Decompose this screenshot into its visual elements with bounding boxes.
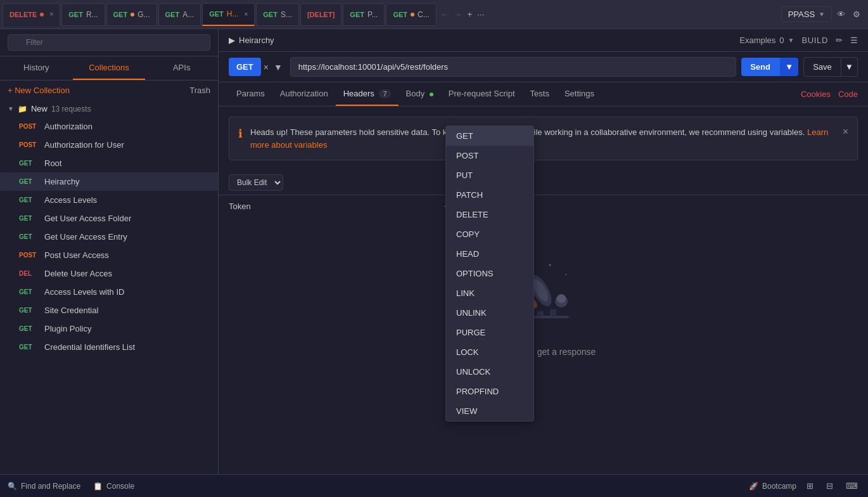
save-caret-button[interactable]: ▼ <box>841 57 858 77</box>
method-badge: GET <box>19 307 39 314</box>
request-item[interactable]: GET Access Levels with ID <box>0 283 218 301</box>
tab-get-g[interactable]: GET G... <box>106 3 157 26</box>
dropdown-item-unlink[interactable]: UNLINK <box>446 303 533 323</box>
sidebar-tab-history[interactable]: History <box>0 56 73 80</box>
request-item-heirarchy[interactable]: GET Heirarchy <box>0 172 218 191</box>
method-badge: GET <box>19 215 39 222</box>
menu-icon[interactable]: ☰ <box>850 36 858 45</box>
breadcrumb: ▶ Heirarchy <box>229 36 274 45</box>
examples-button[interactable]: Examples 0 ▼ <box>739 36 794 45</box>
alert-banner: ℹ Heads up! These parameters hold sensit… <box>229 117 858 160</box>
method-badge: DEL <box>19 270 39 277</box>
request-item[interactable]: DEL Delete User Acces <box>0 264 218 283</box>
dropdown-item-copy[interactable]: COPY <box>446 224 533 244</box>
layout-icon-1[interactable]: ⊞ <box>804 479 816 493</box>
save-button[interactable]: Save <box>803 57 841 77</box>
tab-get-r[interactable]: GET R... <box>61 3 105 26</box>
dropdown-item-link[interactable]: LINK <box>446 283 533 303</box>
edit-icon[interactable]: ✏ <box>836 36 843 45</box>
learn-more-link[interactable]: Learn more about variables <box>250 127 828 150</box>
keyboard-icon[interactable]: ⌨ <box>843 479 860 493</box>
build-button[interactable]: BUILD <box>801 36 828 45</box>
tab-label: H... <box>227 10 239 18</box>
examples-count: 0 <box>779 36 784 45</box>
environment-selector[interactable]: PPASS ▼ <box>781 6 832 22</box>
request-item[interactable]: GET Credential Identifiers List <box>0 338 218 356</box>
tab-get-h[interactable]: GET H... × <box>202 3 255 26</box>
dropdown-item-get[interactable]: GET <box>446 126 533 146</box>
dropdown-item-view[interactable]: VIEW <box>446 401 533 421</box>
tab-close[interactable]: × <box>244 11 248 18</box>
method-badge: POST <box>19 141 39 148</box>
send-button[interactable]: Send <box>741 58 779 76</box>
bulk-edit-select[interactable]: Bulk Edit <box>229 174 283 191</box>
dropdown-item-delete[interactable]: DELETE <box>446 205 533 224</box>
tab-pre-request[interactable]: Pre-request Script <box>441 82 523 106</box>
more-tabs-button[interactable]: ··· <box>475 7 487 22</box>
main-area: 🔍 History Collections APIs + New Collect… <box>0 29 868 474</box>
new-collection-button[interactable]: + New Collection <box>8 86 70 95</box>
tab-label: R... <box>86 10 98 19</box>
trash-button[interactable]: Trash <box>189 86 210 95</box>
dropdown-item-purge[interactable]: PURGE <box>446 323 533 342</box>
request-item[interactable]: POST Authorization for User <box>0 136 218 154</box>
dropdown-item-unlock[interactable]: UNLOCK <box>446 362 533 382</box>
request-item[interactable]: GET Site Credential <box>0 301 218 320</box>
request-item[interactable]: POST Post User Access <box>0 246 218 264</box>
layout-icon-2[interactable]: ⊟ <box>824 479 836 493</box>
cookies-link[interactable]: Cookies <box>801 89 831 99</box>
console-button[interactable]: 📋 Console <box>93 482 134 491</box>
request-name: Post User Access <box>44 250 109 260</box>
bootcamp-button[interactable]: 🚀 Bootcamp <box>749 482 796 491</box>
tab-tests[interactable]: Tests <box>523 82 557 106</box>
dropdown-item-lock[interactable]: LOCK <box>446 342 533 362</box>
settings-icon[interactable]: ⚙ <box>850 7 863 22</box>
svg-point-8 <box>565 274 566 275</box>
tab-body[interactable]: Body <box>399 82 441 106</box>
sidebar-tab-collections[interactable]: Collections <box>73 56 146 80</box>
tab-settings[interactable]: Settings <box>557 82 602 106</box>
new-tab-button[interactable]: + <box>464 7 475 22</box>
param-key: Token <box>229 202 436 211</box>
collection-header[interactable]: ▼ 📁 New 13 requests <box>0 100 218 117</box>
request-item[interactable]: GET Access Levels <box>0 191 218 209</box>
url-input[interactable] <box>290 57 736 77</box>
dropdown-item-options[interactable]: OPTIONS <box>446 264 533 283</box>
tab-authorization[interactable]: Authorization <box>272 82 336 106</box>
method-selector[interactable]: GET <box>229 58 261 76</box>
find-replace-button[interactable]: 🔍 Find and Replace <box>8 482 80 491</box>
request-item[interactable]: GET Root <box>0 154 218 172</box>
dropdown-item-put[interactable]: PUT <box>446 165 533 185</box>
tab-get-p[interactable]: GET P... <box>343 3 385 26</box>
method-selector-close[interactable]: × <box>261 62 271 72</box>
request-item[interactable]: POST Authorization <box>0 117 218 136</box>
request-item[interactable]: GET Get User Access Folder <box>0 209 218 228</box>
close-icon[interactable]: × <box>843 126 848 138</box>
tab-delete[interactable]: DELETE × <box>3 3 60 26</box>
code-link[interactable]: Code <box>838 89 858 99</box>
filter-input[interactable] <box>8 34 210 51</box>
dropdown-item-post[interactable]: POST <box>446 146 533 165</box>
tab-close[interactable]: × <box>49 11 53 18</box>
dropdown-item-head[interactable]: HEAD <box>446 244 533 264</box>
request-item[interactable]: GET Plugin Policy <box>0 320 218 338</box>
navigate-back: ← <box>438 7 451 22</box>
request-item[interactable]: GET Get User Access Entry <box>0 228 218 246</box>
breadcrumb-bar: ▶ Heirarchy Examples 0 ▼ BUILD ✏ ☰ <box>219 29 868 52</box>
sidebar-tab-apis[interactable]: APIs <box>145 56 218 80</box>
method-badge: GET <box>19 178 39 185</box>
method-dropdown: GET POST PUT PATCH DELETE COPY HEAD OPTI… <box>445 126 534 422</box>
tab-delete2[interactable]: [DELET] <box>300 3 341 26</box>
tab-get-s[interactable]: GET S... <box>256 3 299 26</box>
send-caret-button[interactable]: ▼ <box>779 58 798 76</box>
sidebar-header: 🔍 <box>0 29 218 56</box>
tab-get-a[interactable]: GET A... <box>158 3 201 26</box>
dropdown-item-propfind[interactable]: PROPFIND <box>446 382 533 401</box>
method-selector-caret[interactable]: ▼ <box>271 62 285 72</box>
tab-get-c[interactable]: GET C... <box>386 3 436 26</box>
tab-params[interactable]: Params <box>229 82 272 106</box>
tab-headers[interactable]: Headers 7 <box>336 82 399 106</box>
tab-label: C... <box>418 10 430 19</box>
eye-icon[interactable]: 👁 <box>834 7 848 22</box>
dropdown-item-patch[interactable]: PATCH <box>446 185 533 205</box>
